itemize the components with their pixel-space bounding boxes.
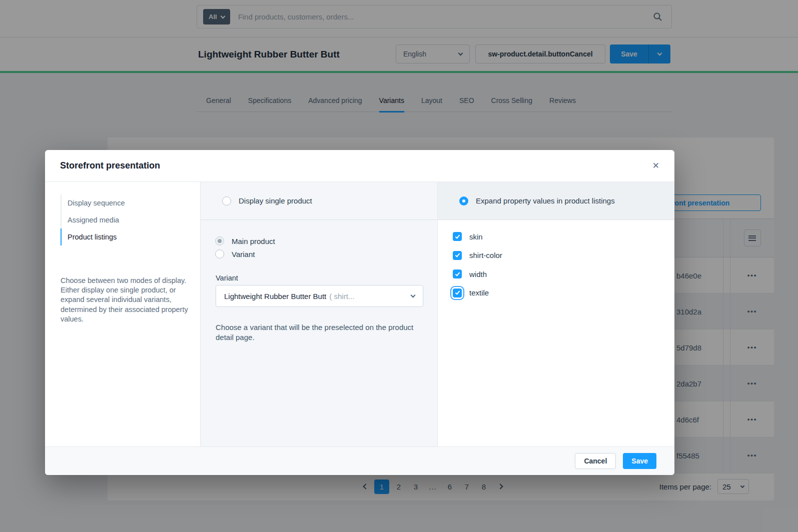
variant-select[interactable]: Lightweight Rubber Butter Butt ( shirt..… (216, 285, 423, 307)
close-icon[interactable]: ✕ (652, 162, 659, 170)
checkbox-width[interactable] (453, 270, 462, 278)
expand-property-values-option[interactable]: Expand property values in product listin… (438, 182, 674, 220)
display-single-product-label[interactable]: Display single product (239, 196, 312, 205)
modal-sidebar: Display sequence Assigned media Product … (45, 182, 200, 446)
checkbox-skin[interactable] (453, 232, 462, 241)
property-checkbox-list: skin shirt-color width textile (453, 232, 502, 298)
storefront-presentation-modal: Storefront presentation ✕ Display sequen… (45, 150, 674, 475)
checkbox-skin-label[interactable]: skin (469, 232, 483, 241)
display-single-product-option[interactable]: Display single product (201, 182, 437, 220)
chevron-down-icon (411, 292, 416, 298)
modal-footer: Cancel Save (45, 446, 674, 475)
variant-select-value: Lightweight Rubber Butter Butt (224, 292, 326, 300)
modal-description: Choose between two modes of display. Eit… (61, 276, 190, 324)
check-icon (455, 234, 460, 238)
modal-header: Storefront presentation ✕ (45, 150, 674, 182)
check-icon (455, 290, 460, 294)
checkbox-shirt-color[interactable] (453, 251, 462, 260)
variant-helper-text: Choose a variant that will be the presel… (216, 322, 415, 342)
variant-option[interactable]: Variant (215, 248, 275, 260)
checkbox-shirt-color-label[interactable]: shirt-color (469, 251, 502, 260)
modal-nav: Display sequence Assigned media Product … (61, 194, 125, 246)
expand-property-values-label[interactable]: Expand property values in product listin… (476, 196, 615, 205)
property-option-skin[interactable]: skin (453, 232, 502, 241)
property-option-width[interactable]: width (453, 270, 502, 278)
display-single-product-radio[interactable] (222, 196, 231, 206)
checkbox-textile[interactable] (453, 288, 462, 298)
single-product-column: Display single product Main product Vari… (200, 182, 438, 446)
property-option-shirt-color[interactable]: shirt-color (453, 251, 502, 260)
sidebar-item-product-listings[interactable]: Product listings (61, 228, 125, 246)
save-button[interactable]: Save (623, 453, 656, 469)
variant-radio[interactable] (215, 250, 224, 258)
sidebar-item-assigned-media[interactable]: Assigned media (61, 212, 125, 228)
check-icon (455, 271, 460, 276)
check-icon (455, 252, 460, 257)
variant-select-label: Variant (216, 274, 238, 282)
cancel-button[interactable]: Cancel (575, 453, 616, 469)
checkbox-width-label[interactable]: width (469, 270, 487, 278)
expand-property-values-radio[interactable] (459, 196, 468, 206)
property-option-textile[interactable]: textile (453, 288, 502, 298)
modal-body: Display sequence Assigned media Product … (45, 182, 674, 446)
main-product-label[interactable]: Main product (232, 237, 275, 246)
modal-title: Storefront presentation (60, 160, 160, 171)
checkbox-textile-label[interactable]: textile (469, 288, 489, 297)
expand-properties-column: Expand property values in product listin… (438, 182, 674, 446)
variant-select-value-suffix: ( shirt... (329, 292, 354, 300)
main-product-radio[interactable] (215, 236, 224, 246)
main-product-option[interactable]: Main product (215, 234, 275, 248)
single-product-radios: Main product Variant (215, 234, 275, 260)
variant-radio-label[interactable]: Variant (232, 250, 255, 258)
sidebar-item-display-sequence[interactable]: Display sequence (61, 194, 125, 212)
